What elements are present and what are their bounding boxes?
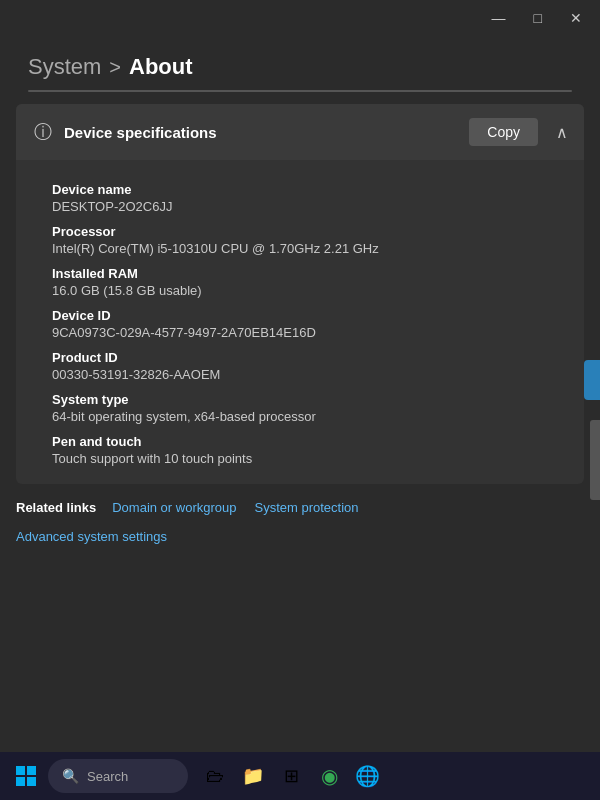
- spec-label-product-id: Product ID: [52, 350, 560, 365]
- related-links: Related links Domain or workgroup System…: [0, 484, 600, 523]
- spec-label-system-type: System type: [52, 392, 560, 407]
- specs-body: Device name DESKTOP-2O2C6JJ Processor In…: [16, 160, 584, 484]
- search-label: Search: [87, 769, 128, 784]
- chevron-up-icon[interactable]: ∧: [556, 123, 568, 142]
- maximize-button[interactable]: □: [528, 8, 548, 28]
- window-controls: — □ ✕: [486, 8, 588, 28]
- spec-value-processor: Intel(R) Core(TM) i5-10310U CPU @ 1.70GH…: [52, 241, 560, 256]
- related-links-label: Related links: [16, 500, 96, 515]
- close-button[interactable]: ✕: [564, 8, 588, 28]
- spec-value-system-type: 64-bit operating system, x64-based proce…: [52, 409, 560, 424]
- device-specs-section: ⓘ Device specifications Copy ∧ Device na…: [16, 104, 584, 484]
- spec-value-device-id: 9CA0973C-029A-4577-9497-2A70EB14E16D: [52, 325, 560, 340]
- specs-header: ⓘ Device specifications Copy ∧: [16, 104, 584, 160]
- specs-title: Device specifications: [64, 124, 459, 141]
- svg-rect-1: [27, 766, 36, 775]
- svg-rect-2: [16, 777, 25, 786]
- svg-rect-0: [16, 766, 25, 775]
- side-scroll-hint: [590, 420, 600, 500]
- breadcrumb-separator: >: [109, 56, 121, 79]
- minimize-button[interactable]: —: [486, 8, 512, 28]
- taskbar-search[interactable]: 🔍 Search: [48, 759, 188, 793]
- taskbar-icon-browser[interactable]: 🌐: [350, 759, 384, 793]
- breadcrumb-about: About: [129, 54, 193, 80]
- spec-value-product-id: 00330-53191-32826-AAOEM: [52, 367, 560, 382]
- start-button[interactable]: [8, 758, 44, 794]
- advanced-link-container: Advanced system settings: [0, 523, 600, 555]
- spec-label-ram: Installed RAM: [52, 266, 560, 281]
- spec-value-pen-touch: Touch support with 10 touch points: [52, 451, 560, 466]
- section-divider: [28, 90, 572, 92]
- side-accent-bar: [584, 360, 600, 400]
- breadcrumb: System > About: [0, 36, 600, 90]
- spec-value-device-name: DESKTOP-2O2C6JJ: [52, 199, 560, 214]
- domain-workgroup-link[interactable]: Domain or workgroup: [112, 500, 236, 515]
- spec-label-device-name: Device name: [52, 182, 560, 197]
- svg-rect-3: [27, 777, 36, 786]
- spec-value-ram: 16.0 GB (15.8 GB usable): [52, 283, 560, 298]
- taskbar-icon-folder[interactable]: 📁: [236, 759, 270, 793]
- spec-label-pen-touch: Pen and touch: [52, 434, 560, 449]
- breadcrumb-system[interactable]: System: [28, 54, 101, 80]
- system-protection-link[interactable]: System protection: [254, 500, 358, 515]
- taskbar: 🔍 Search 🗁 📁 ⊞ ◉ 🌐: [0, 752, 600, 800]
- taskbar-icon-edge[interactable]: ◉: [312, 759, 346, 793]
- copy-button[interactable]: Copy: [469, 118, 538, 146]
- advanced-system-settings-link[interactable]: Advanced system settings: [16, 529, 167, 544]
- spec-label-processor: Processor: [52, 224, 560, 239]
- main-window: System > About ⓘ Device specifications C…: [0, 36, 600, 752]
- taskbar-icon-store[interactable]: ⊞: [274, 759, 308, 793]
- spec-label-device-id: Device ID: [52, 308, 560, 323]
- info-icon: ⓘ: [32, 120, 54, 144]
- taskbar-icons: 🗁 📁 ⊞ ◉ 🌐: [198, 759, 384, 793]
- title-bar: — □ ✕: [0, 0, 600, 36]
- windows-logo-icon: [15, 765, 37, 787]
- search-icon: 🔍: [62, 768, 79, 784]
- taskbar-icon-explorer[interactable]: 🗁: [198, 759, 232, 793]
